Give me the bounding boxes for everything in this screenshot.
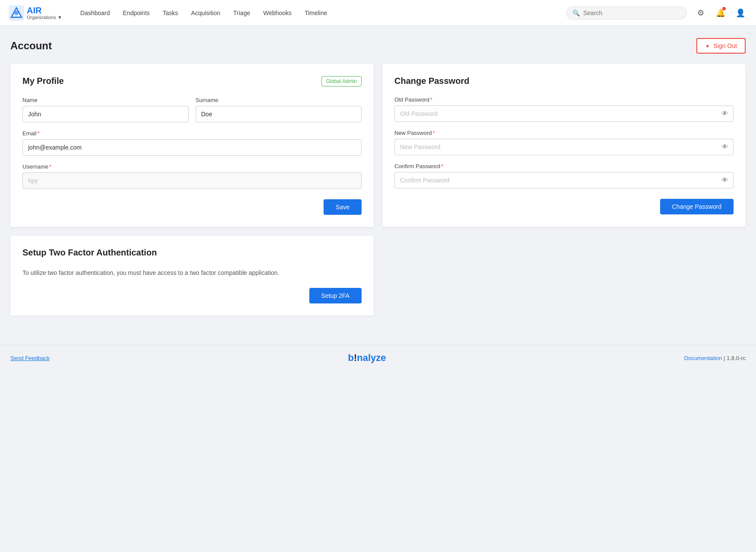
air-logo-icon: [9, 5, 24, 21]
nav-tasks[interactable]: Tasks: [158, 7, 184, 19]
notifications-button[interactable]: 🔔: [714, 6, 727, 20]
old-password-wrap: 👁: [394, 105, 734, 122]
footer-docs: Documentation | 1.8.0-rc: [684, 355, 746, 361]
confirm-password-group: Confirm Password* 👁: [394, 163, 734, 188]
nav-timeline[interactable]: Timeline: [299, 7, 332, 19]
new-password-label: New Password*: [394, 130, 734, 136]
email-label: Email*: [22, 130, 362, 137]
page-header: Account ➧ Sign Out: [10, 38, 746, 54]
global-admin-badge: Global Admin: [321, 76, 362, 86]
email-group: Email*: [22, 130, 362, 156]
search-input[interactable]: [583, 10, 680, 16]
new-password-input[interactable]: [394, 139, 734, 155]
search-icon: 🔍: [572, 10, 580, 16]
old-password-group: Old Password* 👁: [394, 96, 734, 122]
name-group: Name: [22, 97, 189, 122]
cards-grid: My Profile Global Admin Name Surname Ema…: [10, 64, 746, 316]
search-bar: 🔍: [566, 6, 687, 19]
email-required-star: *: [38, 130, 40, 137]
confirm-password-label: Confirm Password*: [394, 163, 734, 169]
nav-links: Dashboard Endpoints Tasks Acquisition Tr…: [75, 7, 566, 19]
page-content: Account ➧ Sign Out My Profile Global Adm…: [0, 26, 756, 328]
username-required-star: *: [49, 163, 51, 170]
profile-card-title: My Profile: [22, 76, 64, 86]
confirm-password-wrap: 👁: [394, 172, 734, 188]
username-label: Username*: [22, 163, 362, 170]
change-password-title: Change Password: [394, 76, 734, 86]
change-password-button[interactable]: Change Password: [660, 199, 734, 214]
sign-out-button[interactable]: ➧ Sign Out: [696, 38, 746, 54]
profile-card: My Profile Global Admin Name Surname Ema…: [10, 64, 374, 227]
name-label: Name: [22, 97, 189, 103]
logo-org-text: Organizations ▼: [27, 15, 62, 20]
nav-endpoints[interactable]: Endpoints: [118, 7, 155, 19]
footer-version: 1.8.0-rc: [727, 355, 746, 361]
navbar-icons: ⚙ 🔔 👤: [694, 6, 747, 20]
user-button[interactable]: 👤: [734, 6, 747, 20]
profile-card-header: My Profile Global Admin: [22, 76, 362, 86]
sign-out-icon: ➧: [705, 42, 710, 49]
logo-air-text: AIR: [27, 6, 62, 15]
twofa-card: Setup Two Factor Authentication To utili…: [10, 236, 374, 316]
change-password-footer: Change Password: [394, 199, 734, 214]
change-password-card: Change Password Old Password* 👁 New Pass…: [382, 64, 746, 227]
old-password-eye-icon[interactable]: 👁: [721, 110, 728, 118]
new-password-eye-icon[interactable]: 👁: [721, 143, 728, 151]
documentation-link[interactable]: Documentation: [684, 355, 722, 361]
username-input[interactable]: [22, 172, 362, 189]
name-input[interactable]: [22, 106, 189, 122]
name-surname-row: Name Surname: [22, 97, 362, 122]
twofa-footer: Setup 2FA: [22, 288, 362, 303]
surname-input[interactable]: [196, 106, 362, 122]
old-password-input[interactable]: [394, 105, 734, 122]
send-feedback-link[interactable]: Send Feedback: [10, 355, 50, 361]
sign-out-label: Sign Out: [714, 42, 737, 49]
new-password-wrap: 👁: [394, 139, 734, 155]
settings-button[interactable]: ⚙: [694, 6, 708, 20]
nav-triage[interactable]: Triage: [228, 7, 255, 19]
twofa-description: To utilize two factor authentication, yo…: [22, 268, 362, 278]
svg-point-1: [14, 11, 19, 15]
profile-card-footer: Save: [22, 199, 362, 215]
confirm-password-eye-icon[interactable]: 👁: [721, 176, 728, 184]
notification-dot: [722, 7, 726, 10]
footer-brand: b!nalyze: [348, 352, 386, 364]
footer-brand-exclamation: !: [354, 352, 357, 363]
user-icon: 👤: [736, 8, 745, 18]
page-title: Account: [10, 40, 52, 52]
new-password-group: New Password* 👁: [394, 130, 734, 155]
gear-icon: ⚙: [697, 8, 704, 18]
nav-dashboard[interactable]: Dashboard: [75, 7, 115, 19]
new-password-required-star: *: [433, 130, 435, 136]
confirm-password-input[interactable]: [394, 172, 734, 188]
chevron-down-icon: ▼: [57, 15, 62, 20]
nav-acquisition[interactable]: Acquisition: [186, 7, 226, 19]
email-input[interactable]: [22, 139, 362, 156]
surname-label: Surname: [196, 97, 362, 103]
navbar: AIR Organizations ▼ Dashboard Endpoints …: [0, 0, 756, 26]
setup-2fa-button[interactable]: Setup 2FA: [309, 288, 362, 303]
old-password-required-star: *: [430, 96, 432, 103]
logo[interactable]: AIR Organizations ▼: [9, 5, 62, 21]
username-group: Username*: [22, 163, 362, 189]
save-button[interactable]: Save: [324, 199, 362, 215]
nav-webhooks[interactable]: Webhooks: [258, 7, 297, 19]
page-footer: Send Feedback b!nalyze Documentation | 1…: [0, 345, 756, 370]
confirm-password-required-star: *: [441, 163, 443, 169]
surname-group: Surname: [196, 97, 362, 122]
old-password-label: Old Password*: [394, 96, 734, 103]
twofa-title: Setup Two Factor Authentication: [22, 248, 362, 258]
